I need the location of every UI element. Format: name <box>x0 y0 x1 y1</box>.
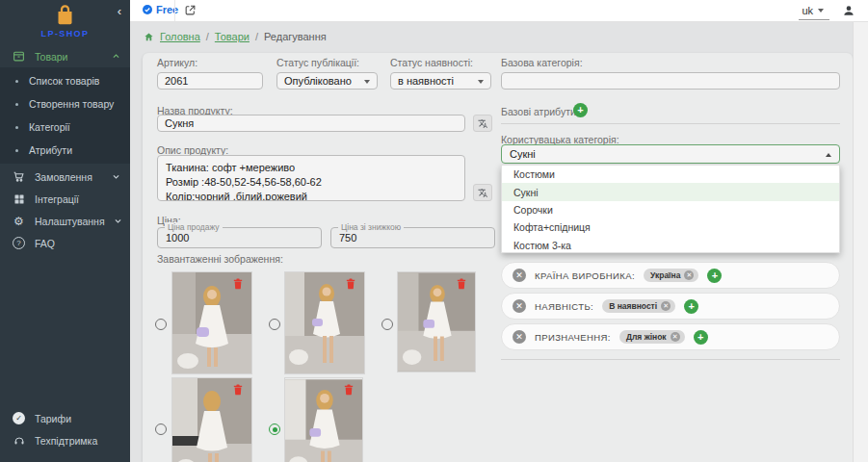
delete-image-button[interactable] <box>233 384 243 396</box>
attribute-row-availability: ✕ НАЯВНІСТЬ: В наявності ✕ + <box>501 293 840 320</box>
gear-icon: ⚙ <box>12 215 26 228</box>
sidebar-item-product-list[interactable]: Список товарів <box>0 69 130 92</box>
base-attributes-label: Базові атрибути: <box>501 106 579 117</box>
breadcrumb-products[interactable]: Товари <box>215 31 250 42</box>
breadcrumb-home[interactable]: Головна <box>160 31 200 42</box>
shop-logo-text[interactable]: LP-SHOP <box>0 29 130 38</box>
availability-status-select[interactable]: в наявності <box>390 72 491 90</box>
sidebar-item-categories[interactable]: Категорії <box>0 116 130 139</box>
sidebar-item-label: Техпідтримка <box>35 435 120 447</box>
sidebar-item-integrations[interactable]: Інтеграції <box>0 188 130 210</box>
sidebar-item-faq[interactable]: ? FAQ <box>0 232 130 254</box>
sidebar-item-settings[interactable]: ⚙ Налаштування <box>0 210 130 232</box>
delete-image-button[interactable] <box>346 278 355 290</box>
category-dropdown-panel: Костюми Сукні Сорочки Кофта+спідниця Кос… <box>501 165 840 253</box>
delete-image-button[interactable] <box>457 278 466 290</box>
dropdown-option-kostium-3ka[interactable]: Костюм 3-ка <box>502 237 839 254</box>
sidebar-item-label: FAQ <box>35 238 120 249</box>
discount-price-input[interactable] <box>339 232 487 244</box>
delete-image-button[interactable] <box>233 278 243 290</box>
trash-icon <box>344 384 354 396</box>
dropdown-option-kostiumy[interactable]: Костюми <box>502 166 839 183</box>
availability-status-label: Статус наявності: <box>390 57 473 68</box>
sidebar-item-support[interactable]: Техпідтримка <box>0 429 130 451</box>
publication-status-value: Опубліковано <box>284 75 352 87</box>
image-radio-3[interactable] <box>381 319 393 330</box>
translate-name-button[interactable] <box>473 115 492 132</box>
sidebar-item-attributes[interactable]: Атрибути <box>0 139 130 162</box>
image-radio-2[interactable] <box>269 319 280 330</box>
scrollbar-track[interactable] <box>853 22 868 462</box>
sidebar-item-create-product[interactable]: Створення товару <box>0 92 130 116</box>
product-name-input[interactable] <box>157 115 465 132</box>
availability-status-value: в наявності <box>398 75 454 87</box>
collapse-sidebar-icon[interactable]: ‹ <box>118 5 121 17</box>
verified-badge-icon <box>142 4 153 15</box>
custom-category-value: Сукні <box>510 148 536 160</box>
divider <box>501 359 840 360</box>
submenu-label: Атрибути <box>29 144 72 156</box>
language-selector[interactable]: uk <box>802 5 824 16</box>
dropdown-option-sukni-selected[interactable]: Сукні <box>502 183 839 200</box>
shop-bag-logo-icon <box>55 4 75 30</box>
attribute-value: В наявності <box>609 301 657 311</box>
add-attribute-value-button[interactable]: + <box>694 330 708 345</box>
chevron-down-icon <box>364 80 370 84</box>
attribute-row-purpose: ✕ ПРИЗНАЧЕННЯ: Для жінок ✕ + <box>501 323 840 350</box>
dropdown-option-sorochky[interactable]: Сорочки <box>502 201 839 218</box>
remove-attribute-icon[interactable]: ✕ <box>513 269 526 282</box>
divider <box>501 123 840 124</box>
grid-icon <box>12 193 26 205</box>
sku-input[interactable] <box>157 72 263 90</box>
plan-badge[interactable]: Free <box>142 4 178 15</box>
add-attribute-value-button[interactable]: + <box>684 299 698 314</box>
main-content: Головна / Товари / Редагування Артикул: … <box>130 22 868 462</box>
attribute-name: ПРИЗНАЧЕННЯ: <box>535 332 611 343</box>
translate-description-button[interactable] <box>473 184 492 201</box>
bullet-icon <box>15 149 18 152</box>
bullet-icon <box>15 126 18 129</box>
products-submenu: Список товарів Створення товару Категорі… <box>0 67 130 164</box>
trash-icon <box>346 278 355 290</box>
headset-icon <box>12 435 26 447</box>
sale-price-field: Ціна продажу <box>157 227 322 248</box>
chevron-up-icon <box>826 153 831 157</box>
open-shop-icon[interactable] <box>184 4 197 16</box>
user-avatar-icon[interactable] <box>842 4 855 17</box>
add-attribute-value-button[interactable]: + <box>707 269 722 283</box>
image-radio-5-selected[interactable] <box>269 424 280 435</box>
images-label: Завантаженні зображення: <box>157 253 283 265</box>
description-textarea[interactable]: Тканина: софт +мереживо Розмір :48-50,52… <box>157 155 465 201</box>
publication-status-select[interactable]: Опубліковано <box>276 72 378 90</box>
product-image-4 <box>172 378 251 462</box>
add-base-attribute-button[interactable]: + <box>573 103 588 117</box>
trash-icon <box>233 278 243 290</box>
sidebar: LP-SHOP ‹ Товари Список товарів Створенн… <box>0 0 130 462</box>
translate-icon <box>478 188 488 198</box>
chevron-up-icon <box>112 51 120 63</box>
remove-tag-icon[interactable]: ✕ <box>661 301 671 311</box>
home-icon <box>144 32 154 42</box>
image-radio-4[interactable] <box>155 424 167 435</box>
sidebar-item-label: Налаштування <box>35 216 105 227</box>
remove-attribute-icon[interactable]: ✕ <box>513 330 526 344</box>
delete-image-button[interactable] <box>344 384 354 396</box>
dropdown-option-kofta-spidnytsia[interactable]: Кофта+спідниця <box>502 218 839 236</box>
sale-price-input[interactable] <box>166 232 313 244</box>
language-code: uk <box>802 5 813 16</box>
custom-category-select[interactable]: Сукні <box>501 144 840 164</box>
submenu-label: Категорії <box>29 121 70 133</box>
attribute-value-tag: В наявності ✕ <box>602 299 675 313</box>
image-radio-1[interactable] <box>155 319 167 330</box>
topbar-divider <box>174 0 175 21</box>
trash-icon <box>457 278 466 290</box>
remove-tag-icon[interactable]: ✕ <box>671 332 680 342</box>
remove-tag-icon[interactable]: ✕ <box>684 270 694 280</box>
remove-attribute-icon[interactable]: ✕ <box>513 299 526 313</box>
base-category-input[interactable] <box>501 72 840 90</box>
base-category-label: Базова категорія: <box>501 57 583 68</box>
sidebar-item-products[interactable]: Товари <box>0 45 130 67</box>
breadcrumb-separator: / <box>255 31 258 42</box>
sidebar-item-orders[interactable]: Замовлення <box>0 166 130 188</box>
sidebar-item-tariffs[interactable]: ✓ Тарифи <box>0 407 130 429</box>
